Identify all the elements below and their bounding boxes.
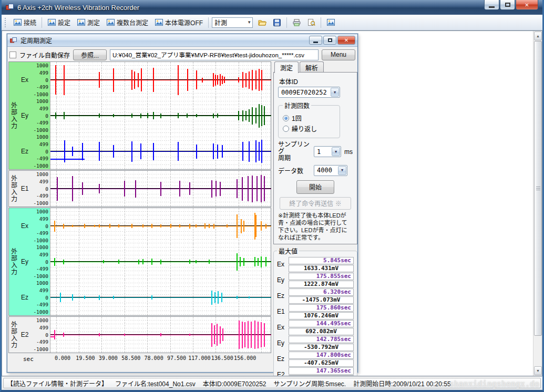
- waveform-plot-E1: [50, 171, 271, 207]
- channel-name: Ez: [18, 133, 31, 169]
- max-time-field[interactable]: 147.365sec: [289, 367, 354, 375]
- toolbar-separator: [42, 17, 42, 28]
- channel-row-E1: E110004990-499-1000: [18, 171, 271, 207]
- main-titlebar: 6 Axis +2ch Wireless Vibration Recorder …: [2, 0, 542, 15]
- toolbar-button-1[interactable]: 接続: [10, 16, 39, 29]
- capture-button[interactable]: [323, 16, 338, 29]
- print-icon: [292, 18, 301, 27]
- child-titlebar: 定周期測定 ✕: [7, 34, 357, 47]
- waveform-plot-Ex: [50, 208, 271, 244]
- child-window-icon: [10, 37, 17, 44]
- vertical-scrollbar[interactable]: ▲ ▼: [533, 31, 542, 376]
- max-channel-label: Ey: [277, 276, 289, 284]
- toolbar-button-label: 設定: [58, 18, 70, 27]
- scroll-up-button[interactable]: ▲: [534, 32, 542, 40]
- group-label: 外部入力: [9, 171, 18, 207]
- max-time-field[interactable]: 175.860sec: [289, 304, 354, 312]
- content-row: 外部入力Ex10004990-499-1000Ey10004990-499-10…: [8, 61, 356, 376]
- measure-tabpage: 本体ID 0009E7020252 ▼ 計測回数 1回: [273, 72, 357, 244]
- file-row: ファイル自動保存 参照... Menu: [8, 48, 356, 61]
- device-id-combobox[interactable]: 0009E7020252 ▼: [278, 87, 340, 98]
- count-groupbox: 計測回数 1回 繰り返し: [278, 101, 340, 138]
- mode-combobox[interactable]: 計測 ▼: [212, 17, 253, 28]
- y-axis-ticks: 10004990-499-1000: [31, 317, 50, 353]
- count-group-label: 計測回数: [283, 101, 311, 110]
- browse-button[interactable]: 参照...: [73, 49, 107, 60]
- max-amplitude-field[interactable]: 1123.167mV: [289, 375, 354, 376]
- print-preview-button[interactable]: [304, 16, 319, 29]
- waveform-plot-Ey: [50, 244, 271, 280]
- radio-repeat-label: 繰り返し: [292, 124, 317, 133]
- tab-analyze[interactable]: 解析: [300, 61, 324, 73]
- max-amplitude-field[interactable]: -1475.073mV: [289, 296, 354, 304]
- max-time-field[interactable]: 144.495sec: [289, 320, 354, 327]
- maximize-button[interactable]: [500, 0, 515, 10]
- waveform-charts: 外部入力Ex10004990-499-1000Ey10004990-499-10…: [8, 61, 271, 376]
- max-amplitude-field[interactable]: 1633.431mV: [289, 265, 354, 272]
- tab-measure[interactable]: 測定: [274, 61, 299, 73]
- chart-group-1: 外部入力Ex10004990-499-1000Ey10004990-499-10…: [8, 61, 271, 170]
- window-title: 6 Axis +2ch Wireless Vibration Recorder: [17, 4, 139, 12]
- max-amplitude-field[interactable]: -530.792mV: [289, 344, 354, 351]
- child-body: ファイル自動保存 参照... Menu 外部入力Ex10004990-499-1…: [7, 47, 357, 376]
- scroll-down-button[interactable]: ▼: [534, 366, 542, 375]
- data-count-label: データ数: [278, 166, 311, 175]
- minimize-icon: [313, 42, 318, 43]
- minimize-button[interactable]: [484, 0, 499, 10]
- toolbar-button-label: 複数台測定: [117, 18, 148, 27]
- max-values-title: 最大値: [277, 246, 299, 255]
- y-axis-ticks: 10004990-499-1000: [31, 244, 50, 280]
- max-time-field[interactable]: 142.785sec: [289, 336, 354, 343]
- sampling-combobox[interactable]: 1 ▼: [314, 146, 341, 157]
- plot-area: [50, 133, 271, 169]
- resend-stop-button[interactable]: 終了命令再送信 ※: [280, 197, 351, 210]
- waveform-plot-Ey: [50, 98, 271, 133]
- save-file-button[interactable]: [270, 16, 284, 29]
- max-time-field[interactable]: 147.800sec: [289, 352, 354, 359]
- autosave-checkbox[interactable]: [9, 51, 16, 58]
- channel-row-Ex: Ex10004990-499-1000: [18, 208, 271, 244]
- start-button[interactable]: 開始: [296, 180, 334, 194]
- channel-row-Ez: Ez10004990-499-1000: [18, 280, 271, 315]
- plot-area: [50, 317, 271, 353]
- radio-once-row[interactable]: 1回: [283, 114, 335, 122]
- toolbar-button-3[interactable]: 測定: [74, 16, 103, 29]
- plot-area: [50, 62, 271, 98]
- channel-name: Ex: [18, 208, 31, 244]
- device-id-label: 本体ID: [279, 77, 353, 86]
- child-close-button[interactable]: ✕: [337, 36, 355, 45]
- toolbar-button-label: 測定: [87, 18, 100, 27]
- toolbar-separator: [208, 17, 209, 28]
- print-button[interactable]: [289, 16, 304, 29]
- open-file-button[interactable]: [255, 16, 270, 29]
- toolbar-button-4[interactable]: 複数台測定: [103, 16, 151, 29]
- statusbar: 【読込ファイル情報・計測データ】ファイル名:test004_No1.csv本体I…: [2, 376, 542, 390]
- max-time-field[interactable]: 5.845sec: [289, 257, 354, 264]
- max-time-field[interactable]: 175.855sec: [289, 273, 354, 280]
- channel-name: Ey: [18, 98, 31, 133]
- max-channel-label: Ez: [277, 355, 289, 363]
- data-count-value: 4000: [317, 167, 332, 174]
- max-time-field[interactable]: 6.320sec: [289, 288, 354, 296]
- max-amplitude-field[interactable]: 1222.874mV: [289, 281, 354, 288]
- toolbar-button-5[interactable]: 本体電源OFF: [151, 16, 206, 29]
- max-amplitude-field[interactable]: 692.082mV: [289, 328, 354, 335]
- toolbar-button-2[interactable]: 設定: [44, 16, 74, 29]
- capture-icon: [326, 18, 335, 27]
- max-amplitude-field[interactable]: 1076.246mV: [289, 312, 354, 319]
- close-button[interactable]: ✕: [516, 0, 538, 10]
- child-minimize-button[interactable]: [309, 36, 322, 45]
- child-restore-button[interactable]: [323, 36, 336, 45]
- app-icon: [6, 4, 14, 11]
- waveform-plot-Ex: [50, 62, 271, 98]
- data-count-combobox[interactable]: 4000 ▼: [314, 165, 347, 176]
- radio-repeat-row[interactable]: 繰り返し: [283, 124, 335, 133]
- radio-once[interactable]: [283, 115, 289, 121]
- scrollbar-thumb[interactable]: [534, 41, 542, 336]
- max-channel-label: Ez: [277, 292, 289, 300]
- menu-button[interactable]: Menu: [322, 49, 355, 60]
- radio-repeat[interactable]: [283, 126, 289, 132]
- status-text: 【読込ファイル情報・計測データ】ファイル名:test004_No1.csv本体I…: [3, 378, 541, 388]
- file-path-input[interactable]: [110, 49, 319, 60]
- max-amplitude-field[interactable]: -407.625mV: [289, 359, 354, 367]
